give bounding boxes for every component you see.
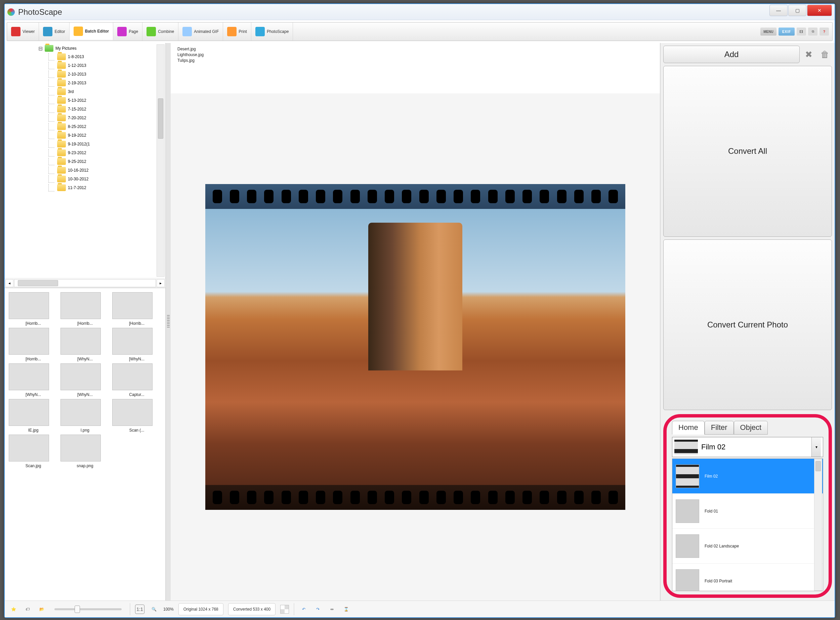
frame-list-scrollbar[interactable] (814, 459, 822, 591)
file-list-item[interactable]: Desert.jpg (177, 46, 653, 52)
hourglass-icon[interactable]: ⌛ (341, 605, 351, 614)
thumbnail[interactable]: snap.png (60, 435, 110, 468)
thumbnail[interactable]: [WhyN... (60, 328, 110, 361)
frame-list[interactable]: Film 02Fold 01Fold 02 LandscapeFold 03 P… (672, 459, 823, 591)
tree-folder[interactable]: 3rd (5, 87, 165, 96)
checker-icon[interactable] (280, 605, 289, 614)
tag-icon[interactable]: 🏷 (23, 605, 32, 614)
tree-folder[interactable]: 11-7-2012 (5, 184, 165, 192)
toolbar-tab-combine[interactable]: Combine (142, 23, 178, 41)
tree-folder[interactable]: 9-19-2012(1 (5, 140, 165, 149)
thumb-size-slider[interactable] (54, 608, 122, 610)
thumbnail[interactable]: [Horrib... (112, 292, 161, 326)
frame-combo[interactable]: Film 02 ▾ (672, 437, 823, 457)
folder-label: 7-20-2012 (68, 116, 86, 120)
folder-tree[interactable]: ⊟ My Pictures 1-8-20131-12-20132-10-2013… (5, 43, 165, 278)
convert-current-button[interactable]: Convert Current Photo (663, 239, 832, 411)
film-hole (316, 190, 325, 203)
tree-folder[interactable]: 10-16-2012 (5, 166, 165, 175)
dropdown-icon[interactable]: ▾ (811, 437, 821, 457)
menu-badge[interactable]: MENU (760, 27, 777, 36)
folder-icon (57, 97, 66, 104)
tree-folder[interactable]: 7-15-2012 (5, 105, 165, 113)
frame-label: Fold 03 Portrait (704, 579, 732, 583)
maximize-button[interactable]: ▢ (788, 5, 807, 16)
tree-scrollbar-v[interactable] (157, 44, 164, 277)
file-list-item[interactable]: Tulips.jpg (177, 58, 653, 63)
thumbnail[interactable]: [Horrib... (9, 328, 58, 361)
thumbnail[interactable]: [WhyN... (112, 328, 161, 361)
thumbnail[interactable]: Scan (... (112, 399, 161, 433)
thumb-image (112, 399, 152, 426)
thumbnail[interactable]: [WhyN... (60, 363, 110, 397)
thumbnail[interactable]: l.png (60, 399, 110, 433)
redo-icon[interactable]: ↷ (313, 605, 323, 614)
expand-icon[interactable]: ⊟ (38, 45, 43, 52)
thumbnail[interactable]: [Horrib... (9, 292, 58, 326)
toolbar-tab-batch-editor[interactable]: Batch Editor (69, 23, 113, 41)
tree-folder[interactable]: 5-13-2012 (5, 96, 165, 105)
exif-badge[interactable]: EXIF (778, 27, 795, 36)
help-icon[interactable]: ? (819, 27, 829, 36)
film-hole (522, 190, 532, 203)
close-button[interactable]: ✕ (807, 5, 832, 16)
tree-connector (48, 53, 54, 60)
toolbar-tab-animated-gif[interactable]: Animated GIF (178, 23, 223, 41)
tree-scrollbar-h[interactable]: ◂ ▸ (5, 278, 165, 287)
tree-folder[interactable]: 7-20-2012 (5, 113, 165, 122)
film-hole (385, 491, 394, 504)
frame-option[interactable]: Fold 03 Portrait (672, 564, 823, 591)
frame-option[interactable]: Film 02 (672, 459, 823, 494)
film-hole (540, 190, 549, 203)
toolbar-tab-print[interactable]: Print (223, 23, 251, 41)
splitter-left[interactable] (166, 43, 171, 600)
thumbnail[interactable]: IE.jpg (9, 399, 58, 433)
copy-icon[interactable]: ⧉ (808, 27, 817, 36)
tree-folder[interactable]: 9-25-2012 (5, 157, 165, 166)
toolbar-tab-editor[interactable]: Editor (39, 23, 69, 41)
frame-option[interactable]: Fold 01 (672, 494, 823, 529)
frame-option[interactable]: Fold 02 Landscape (672, 529, 823, 564)
tree-folder[interactable]: 9-23-2012 (5, 149, 165, 157)
thumbnail[interactable]: Captur... (112, 363, 161, 397)
tree-folder[interactable]: 10-30-2012 (5, 175, 165, 184)
tree-root[interactable]: ⊟ My Pictures (5, 44, 165, 53)
thumb-image (9, 435, 49, 462)
thumbnail[interactable]: Scan.jpg (9, 435, 58, 468)
toolbar-tab-label: Combine (158, 29, 174, 34)
delete-icon[interactable]: ✖ (802, 47, 816, 62)
film-icon[interactable]: 🎞 (797, 27, 806, 36)
film-hole (471, 190, 480, 203)
convert-all-button[interactable]: Convert All (663, 66, 832, 237)
tree-folder[interactable]: 2-10-2013 (5, 70, 165, 78)
folder-label: 3rd (68, 89, 74, 94)
tree-folder[interactable]: 2-19-2013 (5, 78, 165, 87)
toolbar-tab-photoscape[interactable]: PhotoScape (251, 23, 293, 41)
right-tab-home[interactable]: Home (672, 421, 704, 435)
zoom-icon[interactable]: 🔍 (149, 605, 158, 614)
tree-folder[interactable]: 1-12-2013 (5, 61, 165, 70)
open-folder-icon[interactable]: 📂 (37, 605, 46, 614)
undo-icon[interactable]: ↶ (299, 605, 308, 614)
right-tab-filter[interactable]: Filter (704, 421, 734, 435)
folder-icon (57, 53, 66, 60)
toolbar-tab-viewer[interactable]: Viewer (7, 23, 39, 41)
trash-icon[interactable]: 🗑 (818, 47, 832, 62)
toolbar-tab-page[interactable]: Page (113, 23, 142, 41)
thumbnail[interactable]: [WhyN... (9, 363, 58, 397)
right-tab-object[interactable]: Object (734, 421, 768, 435)
fit-icon[interactable]: 1:1 (135, 605, 145, 614)
tree-folder[interactable]: 1-8-2013 (5, 53, 165, 61)
file-list[interactable]: Desert.jpgLighthouse.jpgTulips.jpg (171, 43, 660, 93)
tree-folder[interactable]: 9-19-2012 (5, 131, 165, 140)
star-icon[interactable]: ⭐ (9, 605, 18, 614)
file-list-item[interactable]: Lighthouse.jpg (177, 52, 653, 58)
minimize-button[interactable]: — (769, 5, 787, 16)
scroll-right-icon[interactable]: ▸ (157, 279, 164, 287)
add-button[interactable]: Add (663, 46, 800, 63)
folder-label: 8-25-2012 (68, 124, 86, 129)
tree-folder[interactable]: 8-25-2012 (5, 122, 165, 131)
expand-h-icon[interactable]: ⇔ (327, 605, 337, 614)
thumbnail[interactable]: [Horrib... (60, 292, 110, 326)
scroll-left-icon[interactable]: ◂ (5, 279, 14, 287)
